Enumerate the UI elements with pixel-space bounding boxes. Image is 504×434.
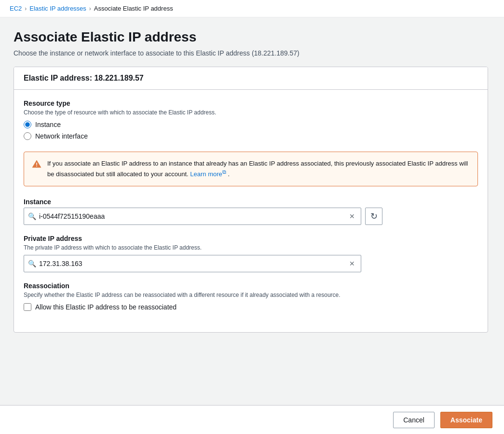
- reassociation-checkbox-section: Allow this Elastic IP address to be reas…: [24, 303, 478, 311]
- svg-text:!: !: [36, 162, 38, 168]
- breadcrumb-current: Associate Elastic IP address: [94, 5, 173, 12]
- page-subtitle: Choose the instance or network interface…: [14, 49, 488, 57]
- page-title: Associate Elastic IP address: [14, 29, 488, 45]
- radio-network-interface-input[interactable]: [24, 132, 31, 140]
- private-ip-field-label: Private IP address: [24, 235, 478, 242]
- main-card: Elastic IP address: 18.221.189.57 Resour…: [14, 67, 488, 333]
- external-link-icon: ⧉: [222, 168, 226, 176]
- cancel-button[interactable]: Cancel: [393, 412, 435, 428]
- instance-clear-icon[interactable]: ✕: [347, 211, 357, 221]
- card-header-title: Elastic IP address: 18.221.189.57: [24, 74, 144, 82]
- private-ip-clear-icon[interactable]: ✕: [347, 259, 357, 268]
- reassociation-checkbox-label: Allow this Elastic IP address to be reas…: [35, 303, 177, 311]
- warning-icon: !: [32, 159, 41, 169]
- associate-button[interactable]: Associate: [440, 412, 492, 428]
- breadcrumb-separator-1: ›: [25, 5, 27, 12]
- resource-type-radio-group: Instance Network interface: [24, 121, 478, 140]
- warning-text-after: .: [228, 170, 230, 178]
- instance-field-section: Instance 🔍 ✕ ↻: [24, 198, 478, 225]
- footer-bar: Cancel Associate: [0, 405, 504, 434]
- private-ip-search-icon: 🔍: [28, 260, 36, 267]
- instance-input-container[interactable]: 🔍 ✕: [24, 208, 361, 225]
- refresh-icon: ↻: [370, 211, 378, 222]
- instance-search-input[interactable]: [39, 212, 347, 220]
- breadcrumb: EC2 › Elastic IP addresses › Associate E…: [0, 0, 504, 17]
- instance-search-wrapper: 🔍 ✕ ↻: [24, 208, 478, 225]
- warning-box: ! If you associate an Elastic IP address…: [24, 152, 478, 186]
- warning-learn-more-link[interactable]: Learn more ⧉: [190, 170, 228, 178]
- breadcrumb-ec2[interactable]: EC2: [10, 5, 22, 12]
- radio-instance-label: Instance: [35, 121, 61, 128]
- reassociation-description: Specify whether the Elastic IP address c…: [24, 292, 478, 298]
- resource-type-description: Choose the type of resource with which t…: [24, 109, 478, 116]
- warning-text: If you associate an Elastic IP address t…: [47, 159, 470, 179]
- reassociation-section: Reassociation Specify whether the Elasti…: [24, 282, 478, 311]
- radio-instance[interactable]: Instance: [24, 121, 478, 128]
- reassociation-checkbox[interactable]: [24, 303, 31, 311]
- radio-network-interface[interactable]: Network interface: [24, 132, 478, 140]
- resource-type-section: Resource type Choose the type of resourc…: [24, 99, 478, 140]
- private-ip-wrapper: 🔍 ✕: [24, 255, 361, 272]
- private-ip-input[interactable]: [39, 260, 347, 267]
- card-header: Elastic IP address: 18.221.189.57: [14, 67, 488, 90]
- instance-field-label: Instance: [24, 198, 478, 206]
- resource-type-label: Resource type: [24, 99, 478, 107]
- card-body: Resource type Choose the type of resourc…: [14, 90, 488, 332]
- radio-network-interface-label: Network interface: [35, 132, 88, 140]
- private-ip-input-container[interactable]: 🔍 ✕: [24, 255, 361, 272]
- reassociation-label: Reassociation: [24, 282, 478, 290]
- private-ip-description: The private IP address with which to ass…: [24, 244, 478, 251]
- breadcrumb-elastic-ip[interactable]: Elastic IP addresses: [29, 5, 86, 12]
- warning-text-before: If you associate an Elastic IP address t…: [47, 160, 468, 178]
- instance-refresh-button[interactable]: ↻: [365, 208, 382, 225]
- breadcrumb-separator-2: ›: [89, 5, 91, 12]
- reassociation-checkbox-item[interactable]: Allow this Elastic IP address to be reas…: [24, 303, 478, 311]
- private-ip-field-section: Private IP address The private IP addres…: [24, 235, 478, 272]
- instance-search-icon: 🔍: [28, 212, 36, 220]
- radio-instance-input[interactable]: [24, 121, 31, 128]
